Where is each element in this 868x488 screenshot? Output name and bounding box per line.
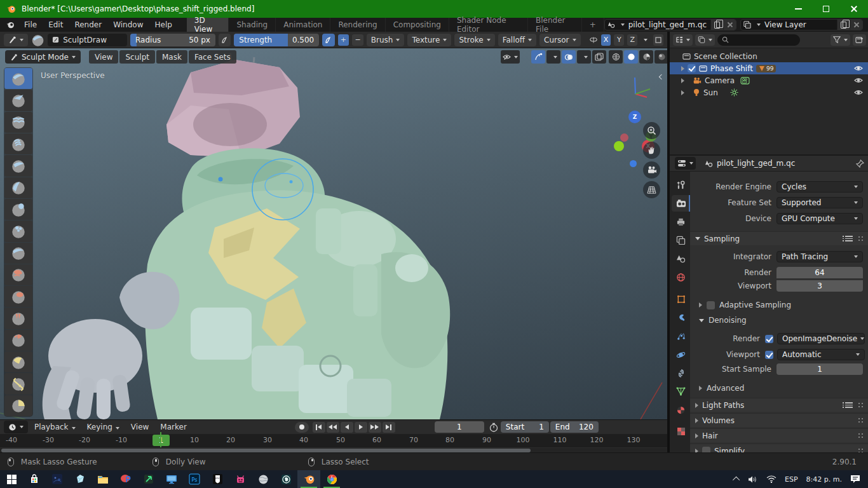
workspace-tab-animation[interactable]: Animation [276, 18, 330, 32]
taskbar-photoshop[interactable]: Ps [183, 470, 206, 488]
adaptive-sampling-checkbox[interactable] [707, 301, 715, 309]
jump-to-start-button[interactable] [313, 422, 325, 433]
taskbar-dark-game[interactable] [46, 470, 69, 488]
workspace-tab-blender-file[interactable]: Blender File [528, 18, 582, 32]
mask-menu[interactable]: Mask [156, 50, 187, 64]
integrator-dropdown[interactable]: Path Tracing [776, 251, 863, 262]
brush-layer[interactable] [4, 155, 32, 176]
frame-start-field[interactable]: Start 1 [501, 421, 549, 433]
current-frame-field[interactable]: 1 [435, 421, 484, 433]
view-layer-selector[interactable]: View Layer [740, 19, 863, 30]
volumes-section-header[interactable]: Volumes [690, 413, 868, 427]
hair-section-header[interactable]: Hair [690, 428, 868, 442]
scene-unlink-button[interactable] [723, 19, 736, 30]
add-workspace-button[interactable]: + [582, 18, 604, 32]
gizmo-minus-x-axis[interactable] [620, 133, 628, 142]
view-layer-new-button[interactable] [837, 19, 850, 30]
stroke-menu[interactable]: Stroke [454, 34, 494, 46]
brush-draw[interactable] [4, 68, 32, 89]
advanced-row[interactable]: Advanced [690, 382, 868, 395]
prev-keyframe-button[interactable] [327, 422, 339, 433]
menu-window[interactable]: Window [107, 18, 149, 31]
tab-constraints[interactable] [672, 365, 690, 381]
xray-toggle[interactable] [592, 50, 606, 64]
timeline-view-menu[interactable]: View [126, 421, 154, 433]
feature-set-dropdown[interactable]: Supported [776, 197, 863, 208]
show-overlays-toggle[interactable] [562, 50, 576, 64]
view-menu[interactable]: View [89, 50, 118, 64]
taskbar-obs[interactable] [275, 470, 297, 488]
brush-clay[interactable] [4, 112, 32, 133]
wifi-icon[interactable] [766, 475, 776, 483]
close-button[interactable] [840, 0, 868, 18]
view-layer-remove-button[interactable] [850, 19, 862, 30]
tray-language[interactable]: ESP [785, 475, 798, 484]
expand-arrow-icon[interactable] [681, 78, 684, 83]
outliner-search-input[interactable] [717, 34, 800, 46]
tab-object-data[interactable] [672, 383, 690, 400]
radius-slider[interactable]: Radius 50 px [130, 34, 215, 46]
tab-scene[interactable] [672, 250, 690, 267]
workspace-tab-shader-node-editor[interactable]: Shader Node Editor [449, 18, 528, 32]
overlays-options-dropdown[interactable] [577, 50, 591, 64]
start-sample-field[interactable]: 1 [776, 363, 863, 375]
drag-dots-icon[interactable] [858, 417, 864, 424]
show-gizmo-toggle[interactable] [531, 50, 545, 64]
menu-edit[interactable]: Edit [43, 18, 69, 31]
shading-solid-button[interactable] [624, 50, 638, 64]
tab-output[interactable] [672, 214, 690, 230]
sculpt-menu[interactable]: Sculpt [119, 50, 154, 64]
sun-visibility-toggle[interactable] [854, 89, 863, 96]
frame-end-field[interactable]: End 120 [550, 421, 599, 433]
face-sets-menu[interactable]: Face Sets [189, 50, 236, 64]
gizmo-minus-z-axis[interactable] [630, 160, 637, 167]
expand-arrow-icon[interactable] [681, 66, 684, 71]
play-button[interactable] [355, 422, 367, 433]
taskbar-this-pc[interactable] [160, 470, 183, 488]
strength-pressure-toggle[interactable] [322, 34, 334, 46]
scene-new-button[interactable] [710, 19, 723, 30]
minimize-button[interactable] [784, 0, 812, 18]
marker-menu[interactable]: Marker [155, 421, 191, 433]
tab-render[interactable] [672, 195, 690, 212]
samples-viewport-field[interactable]: 3 [776, 280, 863, 292]
brush-inflate[interactable] [4, 177, 32, 198]
brush-menu[interactable]: Brush [367, 34, 405, 46]
taskbar-blender[interactable] [297, 470, 320, 488]
direction-add-button[interactable]: + [338, 34, 349, 46]
outliner-row-camera[interactable]: Camera [670, 74, 868, 86]
gizmo-z-axis[interactable]: Z [628, 111, 641, 123]
brush-blob[interactable] [4, 199, 32, 220]
workspace-tab-3d-view[interactable]: 3D View [187, 18, 229, 32]
drag-dots-icon[interactable] [858, 236, 864, 242]
outliner-row-scene-collection[interactable]: Scene Collection [670, 50, 868, 62]
menu-render[interactable]: Render [69, 18, 107, 31]
auto-keying-toggle[interactable] [295, 422, 309, 433]
denoise-render-checkbox[interactable] [765, 335, 773, 343]
editor-type-dropdown[interactable] [4, 421, 28, 433]
outliner-display-mode-dropdown[interactable] [673, 34, 693, 46]
preset-list-icon[interactable] [845, 402, 853, 408]
navigation-gizmo-axes[interactable] [607, 67, 658, 105]
blender-menu-logo-icon[interactable] [5, 20, 16, 30]
playback-menu[interactable]: Playback [29, 421, 81, 433]
tab-material[interactable] [672, 402, 690, 418]
render-engine-dropdown[interactable]: Cycles [776, 181, 863, 193]
samples-render-field[interactable]: 64 [776, 267, 863, 278]
sampling-section-header[interactable]: Sampling [690, 231, 868, 245]
tray-clock[interactable]: 8:42 p. m. [806, 475, 842, 484]
window-titlebar[interactable]: Blender* [C:\Users\gamer\Desktop\phase_s… [0, 0, 868, 18]
action-center-icon[interactable] [850, 475, 860, 484]
gizmo-minus-y-axis[interactable] [614, 141, 624, 151]
camera-visibility-toggle[interactable] [854, 77, 863, 84]
taskbar-green-arrow-app[interactable] [137, 470, 160, 488]
taskbar-file-explorer[interactable] [92, 470, 114, 488]
keying-menu[interactable]: Keying [82, 421, 125, 433]
expand-arrow-icon[interactable] [681, 90, 684, 95]
tray-expand-icon[interactable] [733, 477, 740, 484]
maximize-button[interactable] [812, 0, 840, 18]
brush-grab[interactable] [4, 351, 32, 372]
taskbar-earth-app[interactable] [252, 470, 275, 488]
strength-slider[interactable]: Strength 0.500 [234, 34, 319, 46]
shading-wireframe-button[interactable] [609, 50, 623, 64]
